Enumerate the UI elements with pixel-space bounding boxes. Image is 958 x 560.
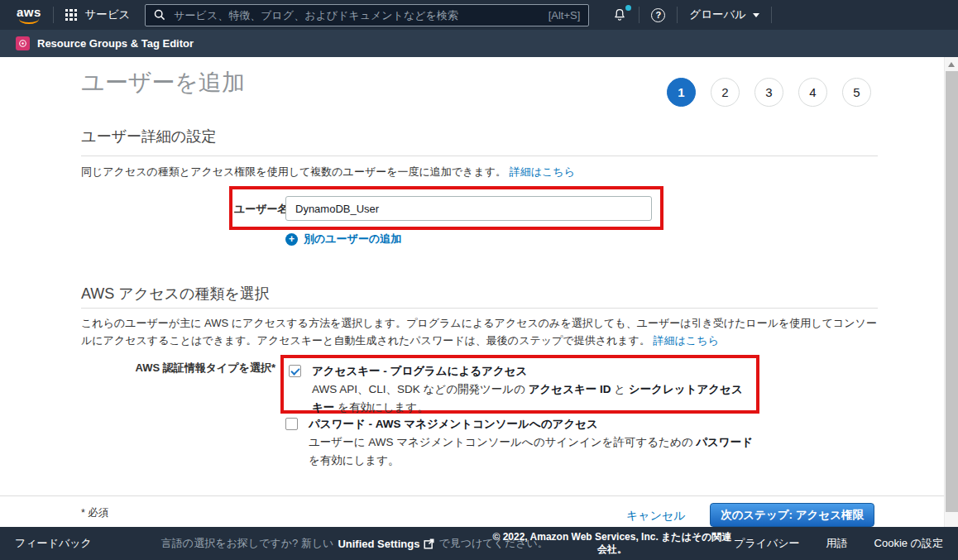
search-shortcut: [Alt+S] [548, 9, 581, 22]
annotation-box-access-key: アクセスキー - プログラムによるアクセス AWS API、CLI、SDK など… [280, 355, 759, 414]
access-key-checkbox[interactable] [289, 365, 301, 377]
aws-smile-swoosh [19, 18, 39, 24]
user-details-intro: 同じアクセスの種類とアクセス権限を使用して複数のユーザーを一度に追加できます。 … [81, 163, 882, 180]
password-option: パスワード - AWS マネジメントコンソールへのアクセス ユーザーに AWS … [285, 416, 755, 470]
cancel-button[interactable]: キャンセル [626, 509, 686, 524]
main-content: ユーザーを追加 1 2 3 4 5 ユーザー詳細の設定 同じアクセスの種類とアク… [0, 57, 944, 527]
aws-logo-text: aws [17, 7, 41, 18]
access-key-option: アクセスキー - プログラムによるアクセス AWS API、CLI、SDK など… [289, 363, 750, 417]
help-glyph: ? [655, 10, 661, 20]
privacy-link[interactable]: プライバシー [734, 536, 800, 551]
password-option-title: パスワード - AWS マネジメントコンソールへのアクセス [309, 416, 755, 432]
divider [53, 7, 54, 23]
step-2: 2 [711, 78, 740, 107]
copyright-text: © 2022, Amazon Web Services, Inc. またはその関… [491, 531, 733, 556]
page-title: ユーザーを追加 [81, 67, 245, 98]
step-4: 4 [798, 78, 827, 107]
required-note: * 必須 [81, 506, 108, 520]
next-step-button[interactable]: 次のステップ: アクセス権限 [710, 503, 874, 527]
search-input[interactable] [172, 8, 541, 22]
unified-settings-link[interactable]: Unified Settings [338, 538, 419, 550]
user-details-intro-text: 同じアクセスの種類とアクセス権限を使用して複数のユーザーを一度に追加できます。 [81, 165, 506, 178]
access-key-option-desc: AWS API、CLI、SDK などの開発ツールの アクセスキー ID と シー… [312, 381, 750, 417]
chevron-down-icon [753, 13, 759, 17]
divider [771, 7, 772, 23]
desc-part: ユーザーに AWS マネジメントコンソールへのサインインを許可するための [309, 436, 696, 448]
section-divider [81, 156, 878, 156]
resource-groups-icon [16, 36, 30, 50]
add-another-user-link[interactable]: + 別のユーザーの追加 [285, 232, 401, 246]
access-type-intro-text: これらのユーザーが主に AWS にアクセスする方法を選択します。プログラムによる… [81, 317, 877, 347]
desc-part: AWS API、CLI、SDK などの開発ツールの [312, 383, 529, 395]
service-title[interactable]: Resource Groups & Tag Editor [37, 37, 194, 50]
desc-part: を有効にします。 [309, 454, 400, 467]
step-indicator: 1 2 3 4 5 [667, 78, 871, 107]
wizard-footer-divider [0, 495, 944, 496]
step-3: 3 [754, 78, 783, 107]
desc-part: を有効にします。 [334, 401, 428, 414]
step-5: 5 [842, 78, 871, 107]
language-settings-note: 言語の選択をお探しですか? 新しい Unified Settings で見つけて… [161, 536, 548, 551]
username-input[interactable] [285, 196, 652, 221]
learn-more-link[interactable]: 詳細はこちら [654, 334, 719, 347]
password-option-text: パスワード - AWS マネジメントコンソールへのアクセス ユーザーに AWS … [309, 416, 755, 470]
section-access-type-heading: AWS アクセスの種類を選択 [81, 284, 270, 304]
access-key-option-text: アクセスキー - プログラムによるアクセス AWS API、CLI、SDK など… [312, 363, 750, 417]
credential-type-label: AWS 認証情報タイプを選択* [81, 361, 275, 376]
username-label: ユーザー名* [234, 202, 284, 217]
scrollbar[interactable] [944, 57, 958, 527]
global-search[interactable]: [Alt+S] [145, 4, 589, 26]
aws-logo[interactable]: aws [17, 7, 41, 24]
services-menu-button[interactable]: サービス [65, 7, 130, 22]
services-label: サービス [84, 7, 130, 22]
external-link-icon [424, 538, 434, 549]
footer-links: プライバシー 用語 Cookie の設定 [734, 536, 943, 551]
scrollbar-thumb[interactable] [946, 71, 958, 512]
desc-part: と [611, 383, 629, 395]
scrollbar-up-arrow[interactable] [948, 62, 955, 67]
desc-part-bold: アクセスキー ID [529, 383, 611, 395]
terms-link[interactable]: 用語 [826, 536, 848, 551]
notification-dot [625, 5, 631, 11]
notifications-button[interactable] [612, 7, 627, 22]
console-footer: フィードバック 言語の選択をお探しですか? 新しい Unified Settin… [0, 527, 958, 560]
divider [639, 7, 639, 23]
access-type-intro: これらのユーザーが主に AWS にアクセスする方法を選択します。プログラムによる… [81, 314, 882, 349]
learn-more-link[interactable]: 詳細はこちら [510, 165, 575, 178]
plus-circle-icon: + [285, 233, 298, 246]
plus-glyph: + [289, 234, 295, 244]
password-option-desc: ユーザーに AWS マネジメントコンソールへのサインインを許可するための パスワ… [309, 433, 755, 470]
section-user-details-heading: ユーザー詳細の設定 [81, 127, 216, 146]
service-breadcrumb-bar: Resource Groups & Tag Editor [0, 30, 958, 57]
section-divider [81, 308, 878, 309]
cookie-settings-link[interactable]: Cookie の設定 [874, 536, 943, 551]
search-icon [154, 9, 165, 21]
language-note-prefix: 言語の選択をお探しですか? 新しい [161, 536, 334, 551]
bell-icon [612, 7, 627, 22]
password-checkbox[interactable] [285, 418, 298, 430]
desc-part-bold: パスワード [696, 436, 753, 448]
grid-icon [65, 9, 78, 22]
add-another-user-label: 別のユーザーの追加 [304, 232, 401, 246]
aws-console-window: aws サービス [Alt+S] ? グローバル [0, 0, 958, 560]
feedback-link[interactable]: フィードバック [15, 536, 92, 551]
step-1: 1 [667, 78, 696, 107]
access-key-option-title: アクセスキー - プログラムによるアクセス [312, 363, 750, 379]
annotation-box-username: ユーザー名* [229, 186, 663, 230]
top-nav: aws サービス [Alt+S] ? グローバル [0, 0, 958, 30]
region-label: グローバル [689, 7, 746, 22]
divider [677, 7, 678, 23]
region-selector[interactable]: グローバル [689, 7, 759, 22]
top-nav-right: ? グローバル [609, 7, 783, 23]
help-button[interactable]: ? [651, 8, 665, 22]
